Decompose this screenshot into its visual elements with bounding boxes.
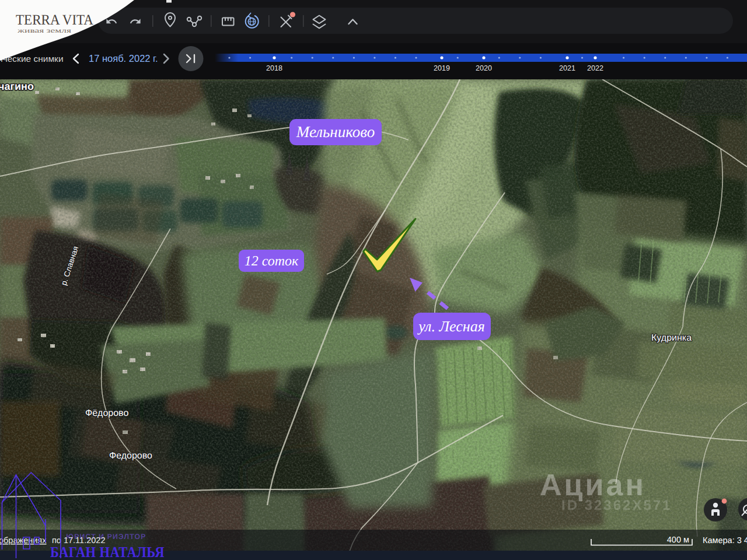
svg-text:Кудринка: Кудринка	[651, 333, 692, 343]
svg-text:Камера: 3 47: Камера: 3 47	[703, 536, 747, 545]
svg-text:TERRA VITA: TERRA VITA	[16, 12, 93, 28]
svg-text:Мельниково: Мельниково	[296, 123, 375, 141]
svg-text:живая земля: живая земля	[16, 27, 72, 34]
svg-text:Федорово: Федорово	[109, 451, 152, 461]
svg-text:Фёдорово: Фёдорово	[85, 408, 128, 418]
svg-text:ул. Лесная: ул. Лесная	[417, 318, 485, 335]
svg-text:чагино: чагино	[0, 80, 34, 92]
svg-text:12 соток: 12 соток	[245, 254, 299, 269]
svg-text:БАГАН НАТАЛЬЯ: БАГАН НАТАЛЬЯ	[50, 544, 165, 560]
svg-text:400 м: 400 м	[667, 536, 689, 545]
svg-text:ID 32362X571: ID 32362X571	[561, 498, 672, 513]
